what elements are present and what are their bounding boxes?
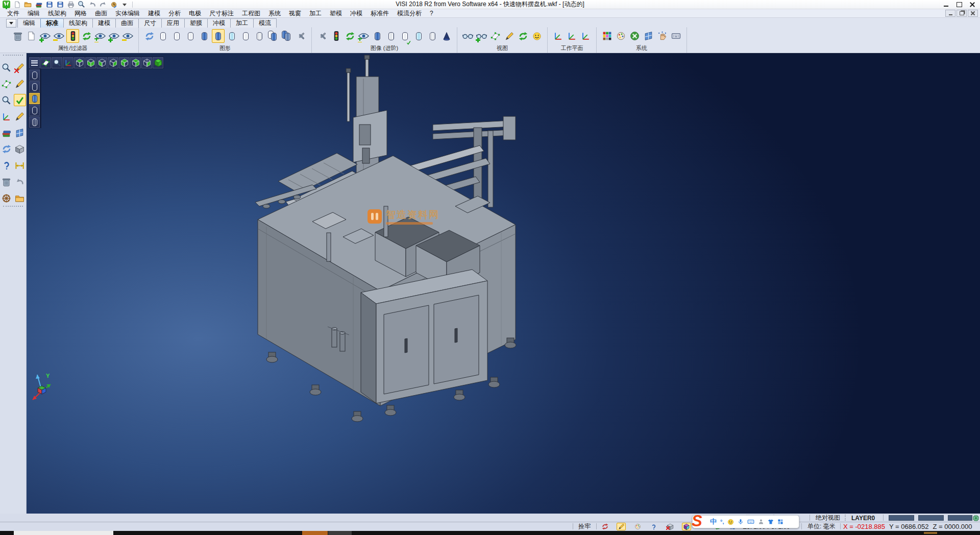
graphics-settings-icon[interactable] [295,29,307,43]
toggle-visibility-icon[interactable] [94,29,107,43]
print-button[interactable] [66,1,75,8]
absolute-view-label[interactable]: 绝对视图 [816,514,840,522]
ime-punctuation-toggle[interactable]: °, [720,519,724,525]
viewport-menu-button[interactable] [29,57,40,68]
render-material-icon[interactable] [440,29,453,43]
tab-die[interactable]: 冲模 [207,18,231,28]
tab-flow[interactable]: 模流 [253,18,277,28]
sogou-logo-icon[interactable]: S [692,513,702,530]
lock-label[interactable]: 拴牢 [578,523,591,530]
view-back-button[interactable] [108,57,118,68]
print-preview-button[interactable] [77,1,86,8]
menu-system[interactable]: 系统 [264,9,285,18]
active-layer-label[interactable]: LAYER0 [851,514,875,522]
advanced-render-settings-icon[interactable] [316,29,329,43]
paint-attributes-icon[interactable] [633,523,642,530]
hide-all-icon[interactable] [121,29,134,43]
dynamic-view-cube-icon[interactable] [682,523,691,530]
context-help-icon[interactable] [649,523,658,530]
grid-settings-icon[interactable] [670,29,682,43]
save-copy-button[interactable] [34,1,43,8]
maximize-button[interactable] [952,0,966,9]
menu-dimension[interactable]: 尺寸标注 [205,9,238,18]
menu-drawing[interactable]: 工程图 [238,9,264,18]
menu-flow-analysis[interactable]: 模流分析 [393,9,426,18]
ime-emoji-icon[interactable] [727,519,734,525]
tab-dropdown-button[interactable] [6,19,16,28]
tab-mold[interactable]: 塑膜 [184,18,208,28]
mdi-close-button[interactable] [968,10,978,17]
view-top-button[interactable] [74,57,85,68]
delete-solid-icon[interactable] [666,523,675,530]
refresh-visibility-icon[interactable] [80,29,93,43]
ime-skin-icon[interactable] [768,519,774,525]
regen-graphics-icon[interactable] [143,29,156,43]
render-shaded-icon[interactable] [371,29,384,43]
toolbar-drag-handle[interactable] [3,55,23,58]
system-settings-icon[interactable] [628,29,641,43]
render-toggle-icon[interactable] [357,29,370,43]
toolbar-options-dropdown[interactable] [120,1,129,8]
flat-mode-icon[interactable] [239,29,252,43]
menu-mesh[interactable]: 网格 [70,9,91,18]
undo-last-icon[interactable] [14,176,26,188]
layer-bar-2[interactable] [918,515,944,521]
history-button[interactable] [109,1,118,8]
menu-machining[interactable]: 加工 [305,9,326,18]
minimize-button[interactable] [939,0,952,9]
show-entities-icon[interactable] [39,29,52,43]
online-globe-icon[interactable] [972,514,979,522]
shade-copy-icon[interactable] [281,29,293,43]
mesh-mode-icon[interactable] [253,29,266,43]
taskbar-highlight-button[interactable] [302,531,328,535]
view-sketch-icon[interactable] [503,29,516,43]
delete-icon[interactable] [1,176,13,188]
workplane-set-icon[interactable] [552,29,565,43]
edit-entity-icon[interactable] [14,61,26,74]
taskbar-app-button[interactable] [328,531,352,535]
close-button[interactable] [966,0,979,9]
menu-standard-parts[interactable]: 标准件 [366,9,393,18]
shading-shaded-button[interactable] [29,93,40,104]
tab-standard[interactable]: 标准 [40,18,64,28]
dashed-hidden-mode-icon[interactable] [184,29,197,43]
menu-file[interactable]: 文件 [3,9,23,18]
render-wire-icon[interactable] [426,29,439,43]
shaded-edges-mode-icon[interactable] [212,29,225,43]
ime-account-icon[interactable] [758,519,764,525]
show-all-icon[interactable] [108,29,120,43]
view-smiley-icon[interactable] [530,29,543,43]
workplane-align-icon[interactable] [566,29,578,43]
ime-toolbox-icon[interactable] [777,519,783,525]
shaded-mode-icon[interactable] [198,29,211,43]
measure-icon[interactable] [14,159,26,172]
view-section-button[interactable] [141,57,152,68]
menu-electrode[interactable]: 电极 [185,9,205,18]
3d-viewport[interactable]: Y [27,53,980,514]
record-mode-icon[interactable] [600,523,609,530]
transparent-mode-icon[interactable] [226,29,238,43]
shading-hidden-button[interactable] [29,81,40,92]
view-isometric-button[interactable] [153,57,163,68]
layer-bar-3[interactable] [948,515,972,521]
save-as-button[interactable] [56,1,64,8]
view-bottom-button[interactable] [85,57,96,68]
shading-wireframe-button[interactable] [29,69,40,81]
multi-shade-icon[interactable] [267,29,280,43]
zoom-select-icon[interactable] [1,94,13,106]
tab-application[interactable]: 应用 [161,18,185,28]
solid-preview-icon[interactable] [14,143,26,155]
workplane-axis-icon[interactable] [1,110,13,123]
page-visibility-icon[interactable] [25,29,38,43]
taskbar-app-button[interactable] [14,531,113,535]
viewport-zoom-button[interactable] [52,57,62,68]
attributes-library-icon[interactable] [1,127,13,139]
menu-solid-edit[interactable]: 实体编辑 [111,9,144,18]
render-refresh-icon[interactable] [344,29,356,43]
regen-icon[interactable] [1,143,13,155]
view-glasses-add-icon[interactable] [475,29,488,43]
view-glasses-icon[interactable] [461,29,474,43]
menu-modeling[interactable]: 建模 [144,9,164,18]
plane-select-icon[interactable] [1,78,13,90]
menu-surface[interactable]: 曲面 [91,9,111,18]
